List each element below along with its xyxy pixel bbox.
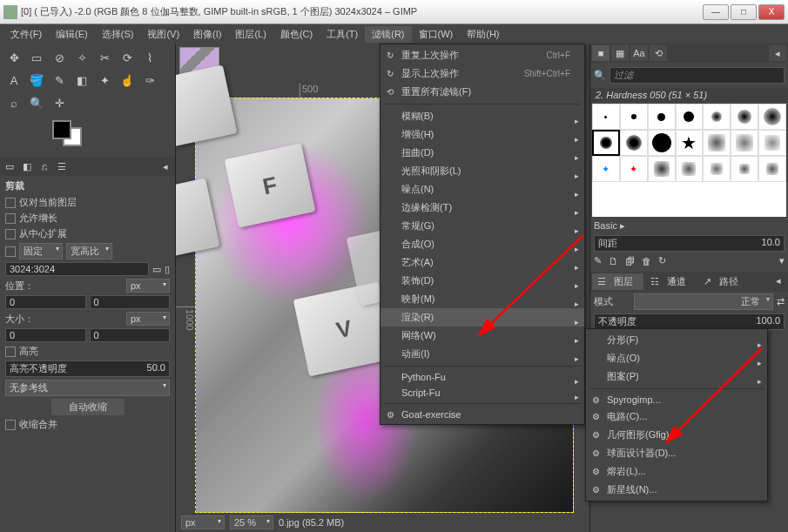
opt-tab-icon[interactable]: ⎌: [37, 158, 52, 174]
menu-item[interactable]: 噪点(N): [381, 180, 584, 199]
tab-layers[interactable]: ☰ 图层: [592, 273, 643, 290]
menu-item[interactable]: 合成(O): [381, 235, 584, 253]
menu-item[interactable]: 扭曲(D): [381, 144, 584, 162]
menu-item[interactable]: 图案(P): [586, 367, 767, 386]
minimize-button[interactable]: —: [703, 4, 729, 20]
menu-item[interactable]: 模糊(B): [381, 107, 584, 125]
checkbox[interactable]: [5, 229, 16, 239]
color-swatch[interactable]: [0, 117, 175, 157]
orient-icon[interactable]: ▯: [165, 264, 170, 275]
tool-zoom-icon[interactable]: 🔍: [26, 92, 47, 113]
aspect-value[interactable]: 3024:3024: [5, 262, 149, 276]
checkbox[interactable]: [5, 213, 16, 224]
menu-help[interactable]: 帮助(H): [460, 26, 506, 43]
mode-switch-icon[interactable]: ⇄: [777, 296, 785, 307]
brush-del-icon[interactable]: 🗑: [642, 256, 651, 266]
menu-item[interactable]: ⚙Spyrogimp...: [586, 392, 767, 407]
menu-filters[interactable]: 滤镜(R): [365, 26, 411, 43]
tab-brushes-icon[interactable]: ■: [592, 45, 610, 61]
mode-select[interactable]: 正常: [634, 293, 773, 310]
menu-select[interactable]: 选择(S): [95, 26, 141, 43]
brush-new-icon[interactable]: 🗋: [609, 256, 618, 266]
tool-bucket-icon[interactable]: 🪣: [26, 70, 47, 91]
menu-layer[interactable]: 图层(L): [228, 26, 273, 43]
hl-opacity[interactable]: 高亮不透明度 50.0: [5, 360, 170, 377]
size-x[interactable]: 0: [5, 328, 86, 342]
menu-item[interactable]: ⚙球面设计器(D)...: [586, 444, 767, 462]
basic-preset[interactable]: Basic ▸: [594, 220, 625, 232]
brush-grid[interactable]: ★ ✦ ✦: [592, 104, 786, 217]
tab-fonts-icon[interactable]: Aa: [630, 45, 648, 61]
menu-item[interactable]: 常规(G): [381, 217, 584, 235]
tool-crop-icon[interactable]: ✂: [94, 47, 115, 68]
menu-item[interactable]: ↻重复上次操作Ctrl+F: [381, 46, 584, 64]
tool-move-icon[interactable]: ✥: [3, 47, 24, 68]
maximize-button[interactable]: □: [731, 4, 757, 20]
pos-x[interactable]: 0: [5, 295, 86, 309]
brush-dup-icon[interactable]: 🗐: [625, 256, 635, 266]
tool-rotate-icon[interactable]: ⟳: [117, 47, 138, 68]
tool-pencil-icon[interactable]: ✎: [49, 70, 70, 91]
menu-colors[interactable]: 颜色(C): [273, 26, 320, 43]
tool-path-icon[interactable]: ✑: [139, 70, 160, 91]
spacing-field[interactable]: 间距10.0: [594, 235, 785, 252]
brush-refresh-icon[interactable]: ↻: [658, 255, 666, 266]
menu-item[interactable]: ⚙电路(C)...: [586, 407, 767, 426]
menu-windows[interactable]: 窗口(W): [412, 26, 461, 43]
menu-item[interactable]: 艺术(A): [381, 253, 584, 272]
brush-edit-icon[interactable]: ✎: [594, 255, 602, 266]
opt-tab-icon[interactable]: ▭: [2, 158, 17, 174]
menu-item[interactable]: ⚙几何图形(Gfig)...: [586, 426, 767, 444]
menu-edit[interactable]: 编辑(E): [49, 26, 95, 43]
menu-item[interactable]: Script-Fu: [381, 385, 584, 401]
size-y[interactable]: 0: [90, 328, 171, 342]
menu-item[interactable]: Python-Fu: [381, 369, 584, 385]
status-zoom[interactable]: 25 %: [230, 515, 273, 529]
menu-item[interactable]: 光照和阴影(L): [381, 162, 584, 180]
autoshrink-button[interactable]: 自动收缩: [51, 399, 125, 415]
menu-item[interactable]: 映射(M): [381, 290, 584, 308]
menu-item[interactable]: 网络(W): [381, 327, 584, 345]
menu-item[interactable]: 边缘检测(T): [381, 199, 584, 217]
fg-color[interactable]: [52, 120, 71, 139]
tab-menu-icon[interactable]: ◂: [771, 273, 786, 290]
tool-warp-icon[interactable]: ⌇: [139, 47, 160, 68]
checkbox[interactable]: [5, 198, 16, 208]
menu-file[interactable]: 文件(F): [3, 26, 49, 43]
tool-clone-icon[interactable]: ✦: [94, 70, 115, 91]
close-button[interactable]: X: [758, 4, 785, 20]
tab-patterns-icon[interactable]: ▦: [611, 45, 629, 61]
orient-icon[interactable]: ▭: [152, 264, 161, 275]
checkbox[interactable]: [5, 246, 16, 257]
tab-paths[interactable]: ↗ 路径: [698, 273, 749, 290]
menu-item[interactable]: 噪点(O): [586, 349, 767, 367]
menu-item[interactable]: ⚙熔岩(L)...: [586, 462, 767, 481]
menu-item[interactable]: ⚙新星线(N)...: [586, 481, 767, 499]
tool-measure-icon[interactable]: ✛: [49, 92, 70, 113]
menu-item[interactable]: ⟲重置所有滤镜(F): [381, 83, 584, 101]
tab-menu-icon[interactable]: ◂: [769, 45, 786, 61]
tool-smudge-icon[interactable]: ☝: [117, 70, 138, 91]
tab-channels[interactable]: ☷ 通道: [645, 273, 697, 290]
menu-item[interactable]: 增强(H): [381, 125, 584, 144]
tool-lasso-icon[interactable]: ⊘: [49, 47, 70, 68]
status-unit[interactable]: px: [181, 515, 225, 529]
menu-image[interactable]: 图像(I): [186, 26, 228, 43]
brush-menu-icon[interactable]: ▾: [779, 255, 785, 266]
opt-menu-icon[interactable]: ◂: [158, 158, 173, 174]
menu-view[interactable]: 视图(V): [140, 26, 186, 43]
menu-item[interactable]: 装饰(D): [381, 272, 584, 290]
pos-y[interactable]: 0: [90, 295, 171, 309]
menu-item[interactable]: 渲染(R): [381, 308, 584, 327]
checkbox[interactable]: [5, 420, 16, 430]
checkbox[interactable]: [5, 347, 16, 357]
menu-item[interactable]: ⚙Goat-exercise: [381, 407, 584, 422]
guides-select[interactable]: 无参考线: [5, 380, 170, 396]
menu-tools[interactable]: 工具(T): [320, 26, 365, 43]
tool-erase-icon[interactable]: ◧: [71, 70, 92, 91]
pos-unit[interactable]: px: [126, 279, 170, 293]
size-unit[interactable]: px: [126, 312, 170, 326]
aspect-select[interactable]: 宽高比: [66, 243, 112, 259]
opt-tab-icon[interactable]: ◧: [19, 158, 35, 174]
tool-rect-icon[interactable]: ▭: [26, 47, 47, 68]
